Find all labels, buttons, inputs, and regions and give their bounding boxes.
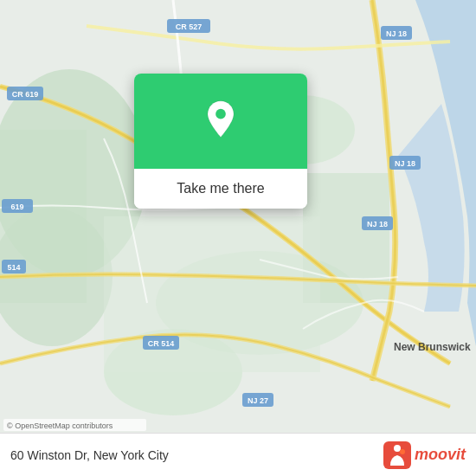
moovit-logo-icon — [383, 441, 411, 469]
svg-text:514: 514 — [7, 263, 20, 272]
location-pin-icon — [199, 100, 242, 143]
svg-text:CR 514: CR 514 — [148, 339, 175, 348]
svg-text:CR 619: CR 619 — [12, 90, 39, 99]
take-me-there-button[interactable]: Take me there — [134, 169, 307, 209]
address-label: 60 Winston Dr, New York City — [10, 448, 169, 462]
svg-text:NJ 18: NJ 18 — [386, 29, 407, 38]
moovit-logo: moovit — [383, 441, 466, 469]
moovit-brand-text: moovit — [415, 446, 466, 464]
svg-point-33 — [400, 449, 405, 454]
popup-header — [134, 74, 307, 169]
svg-point-30 — [215, 109, 226, 119]
svg-text:NJ 27: NJ 27 — [248, 396, 268, 405]
map-background: CR 527 NJ 18 NJ 18 NJ 18 CR 619 619 514 … — [0, 0, 476, 433]
svg-text:619: 619 — [10, 203, 23, 211]
svg-point-32 — [394, 445, 401, 452]
svg-text:NJ 18: NJ 18 — [395, 159, 415, 168]
svg-text:NJ 18: NJ 18 — [367, 220, 388, 228]
svg-text:© OpenStreetMap contributors: © OpenStreetMap contributors — [7, 421, 113, 430]
map-container: CR 527 NJ 18 NJ 18 NJ 18 CR 619 619 514 … — [0, 0, 476, 433]
popup-card: Take me there — [134, 74, 307, 209]
bottom-bar: 60 Winston Dr, New York City moovit — [0, 433, 476, 476]
svg-text:New Brunswick: New Brunswick — [394, 341, 471, 353]
svg-text:CR 527: CR 527 — [176, 23, 203, 31]
